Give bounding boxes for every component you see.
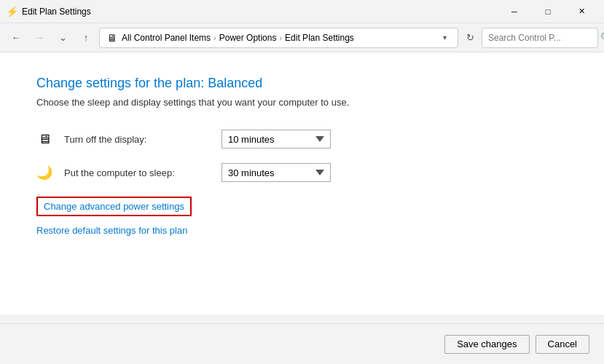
display-setting-row: 🖥 Turn off the display: 1 minute 2 minut… xyxy=(36,130,568,149)
display-icon: 🖥 xyxy=(36,131,52,147)
plan-subtitle: Choose the sleep and display settings th… xyxy=(36,97,568,108)
breadcrumb-item-control-panel[interactable]: All Control Panel Items xyxy=(122,33,211,43)
save-changes-button[interactable]: Save changes xyxy=(444,335,529,354)
up-button[interactable]: ↑ xyxy=(76,28,96,48)
sleep-icon: 🌙 xyxy=(36,165,52,181)
search-box[interactable]: 🔍 xyxy=(482,28,598,48)
back-button[interactable]: ← xyxy=(6,28,26,48)
breadcrumb-separator-1: › xyxy=(213,33,216,42)
advanced-power-settings-link[interactable]: Change advanced power settings xyxy=(44,201,184,212)
search-icon: 🔍 xyxy=(600,32,604,43)
recent-locations-button[interactable]: ⌄ xyxy=(52,28,73,48)
cancel-button[interactable]: Cancel xyxy=(536,335,589,354)
plan-title: Change settings for the plan: Balanced xyxy=(36,76,568,91)
sleep-setting-row: 🌙 Put the computer to sleep: 1 minute 2 … xyxy=(36,163,568,182)
refresh-button[interactable]: ↻ xyxy=(461,29,479,47)
search-input[interactable] xyxy=(488,33,597,43)
window-title: Edit Plan Settings xyxy=(22,7,498,17)
maximize-button[interactable]: □ xyxy=(531,0,565,23)
breadcrumb: All Control Panel Items › Power Options … xyxy=(122,33,434,43)
title-bar: ⚡ Edit Plan Settings ─ □ ✕ xyxy=(0,0,604,23)
breadcrumb-item-edit-plan[interactable]: Edit Plan Settings xyxy=(285,33,354,43)
app-icon: ⚡ xyxy=(6,6,17,17)
close-button[interactable]: ✕ xyxy=(565,0,598,23)
restore-defaults-link[interactable]: Restore default settings for this plan xyxy=(36,225,568,236)
sleep-select[interactable]: 1 minute 2 minutes 5 minutes 10 minutes … xyxy=(221,163,331,182)
display-select[interactable]: 1 minute 2 minutes 5 minutes 10 minutes … xyxy=(221,130,331,149)
links-section: Change advanced power settings Restore d… xyxy=(36,197,568,236)
breadcrumb-separator-2: › xyxy=(279,33,282,42)
footer: Save changes Cancel xyxy=(0,323,604,364)
main-content: Change settings for the plan: Balanced C… xyxy=(0,52,604,314)
navigation-bar: ← → ⌄ ↑ 🖥 All Control Panel Items › Powe… xyxy=(0,23,604,52)
address-bar[interactable]: 🖥 All Control Panel Items › Power Option… xyxy=(99,28,458,48)
display-label: Turn off the display: xyxy=(64,134,210,145)
minimize-button[interactable]: ─ xyxy=(498,0,531,23)
advanced-link-box: Change advanced power settings xyxy=(36,197,192,216)
breadcrumb-item-power-options[interactable]: Power Options xyxy=(219,33,277,43)
sleep-label: Put the computer to sleep: xyxy=(64,167,210,178)
content-area: Change settings for the plan: Balanced C… xyxy=(0,52,604,364)
address-bar-icon: 🖥 xyxy=(106,32,119,44)
address-dropdown-icon[interactable]: ▾ xyxy=(437,33,452,41)
window-controls: ─ □ ✕ xyxy=(498,0,598,23)
forward-button[interactable]: → xyxy=(29,28,50,48)
